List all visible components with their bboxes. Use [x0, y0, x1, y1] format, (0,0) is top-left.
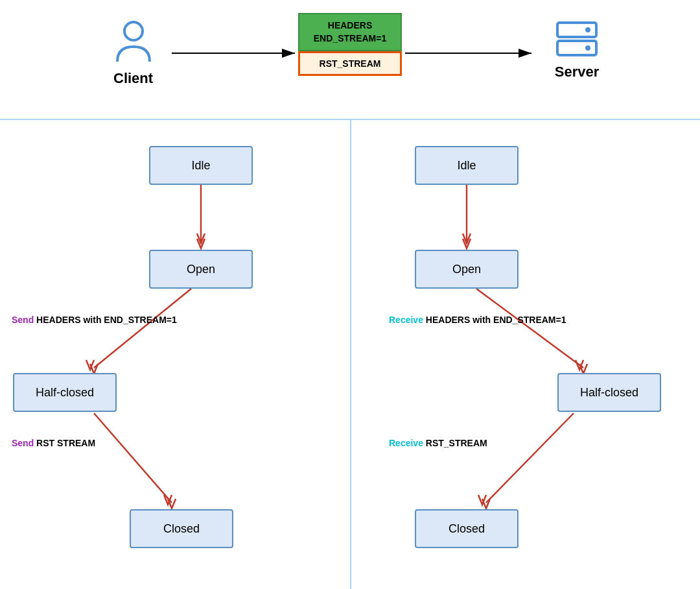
left-annotation-2: Send RST STREAM [12, 438, 95, 448]
client-label: Client [113, 70, 153, 87]
rst-stream-box: RST_STREAM [298, 51, 402, 76]
svg-line-9 [94, 289, 191, 368]
left-annotation-1: Send HEADERS with END_STREAM=1 [12, 315, 177, 325]
svg-line-13 [486, 413, 574, 503]
right-halfclosed-box: Half-closed [557, 373, 661, 412]
svg-line-10 [94, 413, 172, 503]
server-label: Server [555, 64, 600, 80]
top-section: Client HEADERS END_STREAM=1 RST_STREAM S… [0, 0, 700, 120]
svg-point-7 [585, 45, 590, 51]
headers-box: HEADERS END_STREAM=1 [298, 13, 402, 51]
svg-point-6 [585, 27, 590, 32]
vertical-divider [350, 120, 351, 589]
server-icon [554, 19, 600, 58]
bottom-section: Idle Open Half-closed Closed Send HEADER… [0, 120, 700, 589]
right-idle-box: Idle [415, 146, 519, 185]
right-annotation-1: Receive HEADERS with END_STREAM=1 [389, 315, 566, 325]
message-box-container: HEADERS END_STREAM=1 RST_STREAM [298, 13, 402, 76]
server-area: Server [554, 19, 600, 80]
svg-point-0 [124, 22, 143, 40]
right-annotation-2: Receive RST_STREAM [389, 438, 487, 448]
client-area: Client [113, 19, 153, 87]
left-halfclosed-box: Half-closed [13, 373, 117, 412]
svg-line-12 [476, 289, 583, 368]
left-open-box: Open [149, 250, 253, 289]
right-open-box: Open [415, 250, 519, 289]
left-closed-box: Closed [130, 509, 233, 548]
person-icon [114, 19, 153, 65]
left-idle-box: Idle [149, 146, 253, 185]
right-closed-box: Closed [415, 509, 519, 548]
